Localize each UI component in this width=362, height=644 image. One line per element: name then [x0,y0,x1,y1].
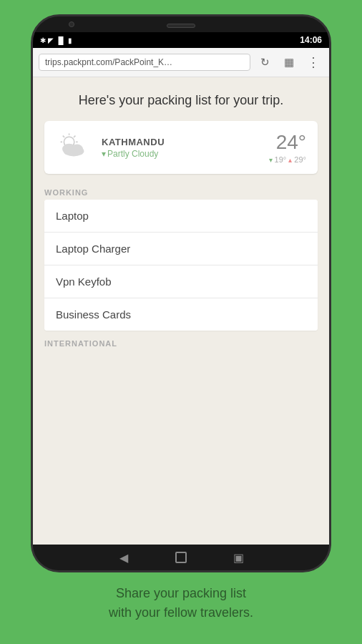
menu-button[interactable]: ⋮ [303,52,323,72]
refresh-button[interactable]: ↻ [255,52,275,72]
home-button[interactable] [174,550,188,565]
phone-speaker [167,24,195,28]
working-list: Laptop Laptop Charger Vpn Keyfob Busines… [44,200,318,331]
status-time: 14:06 [300,35,322,45]
chevron-down-icon: ▾ [102,149,106,159]
page-title: Here's your packing list for your trip. [33,77,329,121]
home-icon [175,552,187,563]
back-button[interactable]: ◀ [117,550,131,565]
tabs-button[interactable]: ▦ [279,52,299,72]
tabs-icon: ▦ [284,56,294,69]
list-item[interactable]: Laptop [44,200,318,233]
promo-text: Share your packing list with your fellow… [80,584,282,623]
svg-point-11 [72,145,83,154]
phone-camera [69,21,74,27]
list-item[interactable]: Laptop Charger [44,233,318,265]
list-item[interactable]: Business Cards [44,298,318,331]
weather-current-temp: 24° [269,131,306,154]
weather-city: KATHMANDU [102,137,269,147]
weather-icon-area [56,132,92,163]
battery-icon: ▮ [68,36,72,44]
url-bar[interactable]: trips.packpnt.com/PackPoint_K… [39,54,250,71]
weather-temp-area: 24° ▾ 19° ▴ 29° [269,131,306,164]
weather-high: 29° [294,155,306,164]
web-content: Here's your packing list for your trip. [33,77,329,545]
back-icon: ◀ [119,551,128,565]
category-international-header: INTERNATIONAL [33,333,329,351]
weather-icon [56,132,92,160]
signal-icon: ▐▌ [56,36,66,44]
svg-line-7 [74,136,75,137]
weather-info: KATHMANDU ▾ Partly Cloudy [102,137,269,159]
browser-bar: trips.packpnt.com/PackPoint_K… ↻ ▦ ⋮ [33,48,329,77]
category-working-header: WORKING [33,182,329,200]
refresh-icon: ↻ [260,56,270,69]
phone-bottom-bar: ◀ ▣ [33,545,329,570]
list-item[interactable]: Vpn Keyfob [44,265,318,298]
more-icon: ⋮ [307,54,320,70]
svg-line-5 [63,136,64,137]
recents-button[interactable]: ▣ [231,550,245,565]
weather-desc: ▾ Partly Cloudy [102,149,269,159]
phone-frame: ✱ ◤ ▐▌ ▮ 14:06 trips.packpnt.com/PackPoi… [31,14,331,572]
phone-top-bar [33,16,329,32]
status-left-icons: ✱ ◤ ▐▌ ▮ [40,36,72,44]
status-bar: ✱ ◤ ▐▌ ▮ 14:06 [33,32,329,48]
arrow-up-icon: ▴ [288,156,292,164]
bluetooth-icon: ✱ [40,36,46,44]
arrow-down-icon: ▾ [269,156,273,164]
weather-low: 19° [275,155,287,164]
weather-range: ▾ 19° ▴ 29° [269,155,306,164]
recents-icon: ▣ [233,551,244,565]
weather-card: KATHMANDU ▾ Partly Cloudy 24° ▾ 19° ▴ 29… [44,121,318,174]
url-text: trips.packpnt.com/PackPoint_K… [45,57,172,67]
wifi-icon: ◤ [48,36,54,44]
